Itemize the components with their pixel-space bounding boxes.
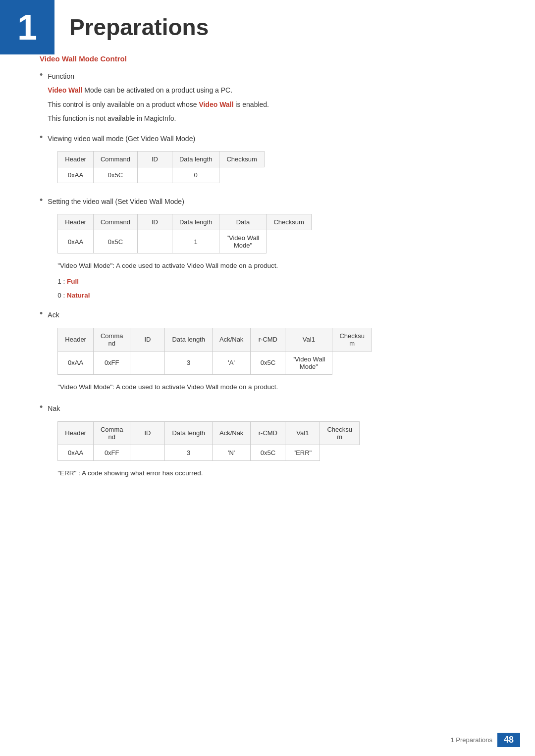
ack-col-rcmd: r-CMD [251, 328, 285, 351]
page-footer: 1 Preparations 48 [450, 733, 520, 747]
get-row-data-length: 0 [172, 167, 219, 183]
nak-note: "ERR" : A code showing what error has oc… [57, 468, 495, 479]
set-row-command: 0x5C [93, 230, 137, 253]
get-row-command: 0x5C [93, 167, 137, 183]
ack-row-val1: "Video WallMode" [285, 351, 332, 374]
set-col-checksum: Checksum [267, 214, 311, 230]
set-col-data: Data [219, 214, 267, 230]
ack-col-header: Header [58, 328, 94, 351]
nak-label: Nak [48, 403, 495, 414]
ack-col-acknak: Ack/Nak [212, 328, 250, 351]
ack-row-header: 0xAA [58, 351, 94, 374]
bullet-ack: • Ack Header Command ID Data length Ack/… [40, 309, 495, 397]
ack-table: Header Command ID Data length Ack/Nak r-… [57, 328, 372, 375]
bullet-dot-viewing: • [40, 132, 43, 143]
full-label: Full [67, 278, 79, 285]
bullet-dot-function: • [40, 70, 43, 80]
nak-col-data-length: Data length [165, 421, 213, 445]
nak-col-val1: Val1 [285, 421, 320, 445]
viewing-label: Viewing video wall mode (Get Video Wall … [48, 133, 495, 144]
set-note1: "Video Wall Mode": A code used to activa… [57, 260, 495, 271]
nak-row-val1: "ERR" [285, 445, 320, 460]
ack-col-id: ID [130, 328, 165, 351]
get-table: Header Command ID Data length Checksum 0… [57, 151, 265, 183]
bullet-dot-ack: • [40, 308, 43, 319]
bullet-content-setting: Setting the video wall (Set Video Wall M… [48, 196, 495, 303]
nak-row-header: 0xAA [58, 445, 94, 460]
function-para2-text1: This control is only available on a prod… [48, 101, 199, 108]
nak-col-checksum: Checksum [320, 421, 360, 445]
nak-col-header: Header [58, 421, 94, 445]
ack-table-wrapper: Header Command ID Data length Ack/Nak r-… [57, 328, 495, 375]
ack-row-rcmd: 0x5C [251, 351, 285, 374]
bullet-dot-nak: • [40, 402, 43, 412]
set-row-data: "Video WallMode" [219, 230, 267, 253]
ack-row-id [130, 351, 165, 374]
col-header: Header [58, 151, 94, 167]
get-row-header: 0xAA [58, 167, 94, 183]
ack-col-checksum: Checksum [332, 328, 372, 351]
ack-col-val1: Val1 [285, 328, 332, 351]
nak-table-wrapper: Header Command ID Data length Ack/Nak r-… [57, 421, 495, 461]
chapter-title: Preparations [54, 0, 209, 54]
set-row-id [137, 230, 172, 253]
nak-row-data-length: 3 [165, 445, 213, 460]
set-table-wrapper: Header Command ID Data length Data Check… [57, 214, 495, 253]
video-wall-highlight-2: Video Wall [199, 101, 233, 108]
section-title: Video Wall Mode Control [40, 54, 495, 63]
ack-col-data-length: Data length [165, 328, 213, 351]
nak-col-command: Command [93, 421, 130, 445]
video-wall-highlight-1: Video Wall [48, 86, 82, 94]
page-header: 1 Preparations [0, 0, 535, 54]
bullet-content-nak: Nak Header Command ID Data length Ack/Na… [48, 403, 495, 483]
bullet-nak: • Nak Header Command ID Data length Ack/… [40, 403, 495, 483]
function-para2-text2: is enabled. [235, 101, 269, 108]
chapter-number: 1 [0, 0, 54, 54]
set-code1: 1 : Full [57, 276, 495, 287]
ack-note: "Video Wall Mode": A code used to activa… [57, 382, 495, 393]
nak-col-rcmd: r-CMD [251, 421, 285, 445]
nak-col-id: ID [130, 421, 165, 445]
get-table-wrapper: Header Command ID Data length Checksum 0… [57, 151, 495, 183]
set-col-data-length: Data length [172, 214, 219, 230]
footer-text: 1 Preparations [450, 736, 492, 744]
setting-label: Setting the video wall (Set Video Wall M… [48, 196, 495, 207]
set-code2: 0 : Natural [57, 290, 495, 301]
nak-row-id [130, 445, 165, 460]
set-col-command: Command [93, 214, 137, 230]
ack-row-data-length: 3 [165, 351, 213, 374]
bullet-setting: • Setting the video wall (Set Video Wall… [40, 196, 495, 303]
set-col-id: ID [137, 214, 172, 230]
bullet-function: • Function Video Wall Mode can be activa… [40, 71, 495, 127]
function-para2: This control is only available on a prod… [48, 99, 495, 110]
set-row-data-length: 1 [172, 230, 219, 253]
bullet-viewing: • Viewing video wall mode (Get Video Wal… [40, 133, 495, 190]
bullet-dot-setting: • [40, 195, 43, 205]
col-data-length: Data length [172, 151, 219, 167]
ack-col-command: Command [93, 328, 130, 351]
get-row-id [137, 167, 172, 183]
function-para3: This function is not available in MagicI… [48, 113, 495, 124]
ack-row-acknak: 'A' [212, 351, 250, 374]
col-id: ID [137, 151, 172, 167]
bullet-content-ack: Ack Header Command ID Data length Ack/Na… [48, 309, 495, 397]
bullet-content-viewing: Viewing video wall mode (Get Video Wall … [48, 133, 495, 190]
nak-row-command: 0xFF [93, 445, 130, 460]
natural-label: Natural [67, 292, 90, 299]
nak-row-rcmd: 0x5C [251, 445, 285, 460]
set-row-header: 0xAA [58, 230, 94, 253]
col-checksum: Checksum [219, 151, 264, 167]
ack-row-command: 0xFF [93, 351, 130, 374]
nak-table: Header Command ID Data length Ack/Nak r-… [57, 421, 360, 461]
set-col-header: Header [58, 214, 94, 230]
nak-row-acknak: 'N' [212, 445, 250, 460]
function-label: Function [48, 71, 495, 82]
bullet-content-function: Function Video Wall Mode can be activate… [48, 71, 495, 127]
col-command: Command [93, 151, 137, 167]
set-table: Header Command ID Data length Data Check… [57, 214, 312, 253]
ack-label: Ack [48, 309, 495, 320]
nak-col-acknak: Ack/Nak [212, 421, 250, 445]
main-content: Video Wall Mode Control • Function Video… [0, 54, 535, 529]
page-number: 48 [497, 733, 520, 747]
function-para1: Video Wall Mode can be activated on a pr… [48, 85, 495, 96]
